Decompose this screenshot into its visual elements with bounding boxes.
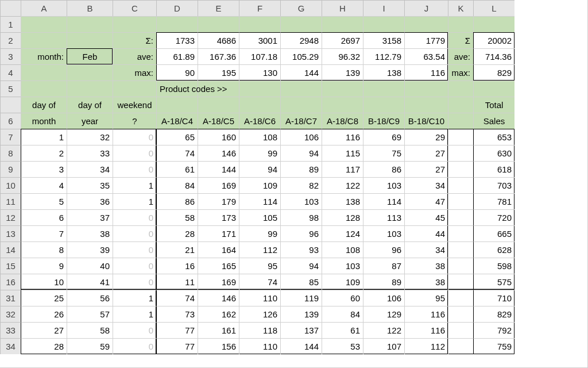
cell-val-2[interactable]: 108 xyxy=(239,129,280,145)
cell-val-3[interactable]: 94 xyxy=(280,145,322,161)
cell-total[interactable]: 665 xyxy=(473,225,514,241)
cell-val-0[interactable]: 86 xyxy=(156,193,198,209)
cell-val-0[interactable]: 74 xyxy=(156,145,198,161)
row-header-6[interactable]: 6 xyxy=(0,113,21,129)
cell-val-4[interactable]: 138 xyxy=(322,193,363,209)
cell-val-4[interactable]: 116 xyxy=(322,129,363,145)
cell-val-6[interactable]: 38 xyxy=(404,258,448,274)
cell-val-3[interactable]: 82 xyxy=(280,177,322,193)
cell-blank-k[interactable] xyxy=(448,209,473,225)
row-header-9[interactable]: 9 xyxy=(0,161,21,177)
cell-blank[interactable] xyxy=(113,16,156,32)
cell-val-5[interactable]: 129 xyxy=(363,306,404,322)
cell-blank[interactable] xyxy=(322,97,363,113)
column-header-A[interactable]: A xyxy=(21,0,67,16)
cell-dom[interactable]: 4 xyxy=(21,177,67,193)
cell-blank-k[interactable] xyxy=(448,193,473,209)
row-header-5[interactable]: 5 xyxy=(0,80,21,97)
cell-val-3[interactable]: 93 xyxy=(280,241,322,258)
cell-weekend[interactable]: 1 xyxy=(113,306,156,322)
cell-blank-k[interactable] xyxy=(448,258,473,274)
cell-blank[interactable] xyxy=(21,80,67,97)
row-header-4[interactable]: 4 xyxy=(0,64,21,80)
cell-val-1[interactable]: 165 xyxy=(198,258,239,274)
cell-dom[interactable]: 25 xyxy=(21,290,67,306)
cell-blank-k[interactable] xyxy=(448,274,473,290)
cell-blank-k[interactable] xyxy=(448,306,473,322)
row-header-15[interactable]: 15 xyxy=(0,258,21,274)
cell-blank-k[interactable] xyxy=(448,129,473,145)
cell-val-0[interactable]: 11 xyxy=(156,274,198,290)
cell-val-5[interactable]: 69 xyxy=(363,129,404,145)
cell-val-3[interactable]: 94 xyxy=(280,258,322,274)
cell-total[interactable]: 598 xyxy=(473,258,514,274)
cell-blank-k[interactable] xyxy=(448,225,473,241)
cell-val-1[interactable]: 173 xyxy=(198,209,239,225)
cell-total[interactable]: 653 xyxy=(473,129,514,145)
row-header-2[interactable]: 2 xyxy=(0,32,21,48)
cell-val-2[interactable]: 110 xyxy=(239,290,280,306)
cell-val-5[interactable]: 122 xyxy=(363,322,404,338)
cell-blank[interactable] xyxy=(404,97,448,113)
cell-dom[interactable]: 1 xyxy=(21,129,67,145)
cell-val-2[interactable]: 105 xyxy=(239,209,280,225)
cell-val-1[interactable]: 146 xyxy=(198,145,239,161)
cell-val-2[interactable]: 99 xyxy=(239,145,280,161)
row-header-31[interactable]: 31 xyxy=(0,290,21,306)
cell-val-5[interactable]: 75 xyxy=(363,145,404,161)
column-header-K[interactable]: K xyxy=(448,0,473,16)
cell-dom[interactable]: 27 xyxy=(21,322,67,338)
cell-blank[interactable] xyxy=(448,97,473,113)
spreadsheet-grid[interactable]: ABCDEFGHIJKL12Σ:173346863001294826973158… xyxy=(0,0,588,368)
cell-blank[interactable] xyxy=(67,32,113,48)
column-header-E[interactable]: E xyxy=(198,0,239,16)
row-header-16[interactable]: 16 xyxy=(0,274,21,290)
cell-val-0[interactable]: 84 xyxy=(156,177,198,193)
cell-val-4[interactable]: 84 xyxy=(322,306,363,322)
cell-total[interactable]: 710 xyxy=(473,290,514,306)
cell-val-4[interactable]: 124 xyxy=(322,225,363,241)
row-header-14[interactable]: 14 xyxy=(0,241,21,258)
cell-val-3[interactable]: 96 xyxy=(280,225,322,241)
row-header-32[interactable]: 32 xyxy=(0,306,21,322)
cell-val-3[interactable]: 137 xyxy=(280,322,322,338)
row-header-12[interactable]: 12 xyxy=(0,209,21,225)
cell-blank-k[interactable] xyxy=(448,290,473,306)
cell-dom[interactable]: 6 xyxy=(21,209,67,225)
cell-weekend[interactable]: 1 xyxy=(113,290,156,306)
cell-val-4[interactable]: 122 xyxy=(322,177,363,193)
cell-blank[interactable] xyxy=(21,64,67,80)
cell-val-5[interactable]: 103 xyxy=(363,177,404,193)
cell-val-6[interactable]: 34 xyxy=(404,177,448,193)
cell-blank[interactable] xyxy=(280,97,322,113)
cell-val-4[interactable]: 103 xyxy=(322,258,363,274)
row-header-11[interactable]: 11 xyxy=(0,193,21,209)
cell-doy[interactable]: 36 xyxy=(67,193,113,209)
cell-blank[interactable] xyxy=(448,80,473,97)
cell-val-1[interactable]: 160 xyxy=(198,129,239,145)
cell-val-3[interactable]: 139 xyxy=(280,306,322,322)
month-value[interactable]: Feb xyxy=(67,48,113,64)
cell-total[interactable]: 781 xyxy=(473,193,514,209)
cell-blank[interactable] xyxy=(198,97,239,113)
cell-doy[interactable]: 35 xyxy=(67,177,113,193)
cell-blank-k[interactable] xyxy=(448,145,473,161)
cell-val-5[interactable]: 107 xyxy=(363,338,404,354)
cell-val-3[interactable]: 103 xyxy=(280,193,322,209)
cell-val-6[interactable]: 27 xyxy=(404,145,448,161)
cell-blank[interactable] xyxy=(448,113,473,129)
cell-val-6[interactable]: 95 xyxy=(404,290,448,306)
row-header-34[interactable]: 34 xyxy=(0,338,21,354)
cell-weekend[interactable]: 0 xyxy=(113,225,156,241)
column-header-I[interactable]: I xyxy=(363,0,404,16)
cell-weekend[interactable]: 0 xyxy=(113,274,156,290)
cell-dom[interactable]: 3 xyxy=(21,161,67,177)
cell-val-6[interactable]: 44 xyxy=(404,225,448,241)
cell-blank[interactable] xyxy=(280,80,322,97)
column-header-C[interactable]: C xyxy=(113,0,156,16)
cell-blank-k[interactable] xyxy=(448,338,473,354)
cell-val-6[interactable]: 112 xyxy=(404,338,448,354)
cell-val-6[interactable]: 47 xyxy=(404,193,448,209)
cell-val-0[interactable]: 73 xyxy=(156,306,198,322)
cell-val-2[interactable]: 95 xyxy=(239,258,280,274)
